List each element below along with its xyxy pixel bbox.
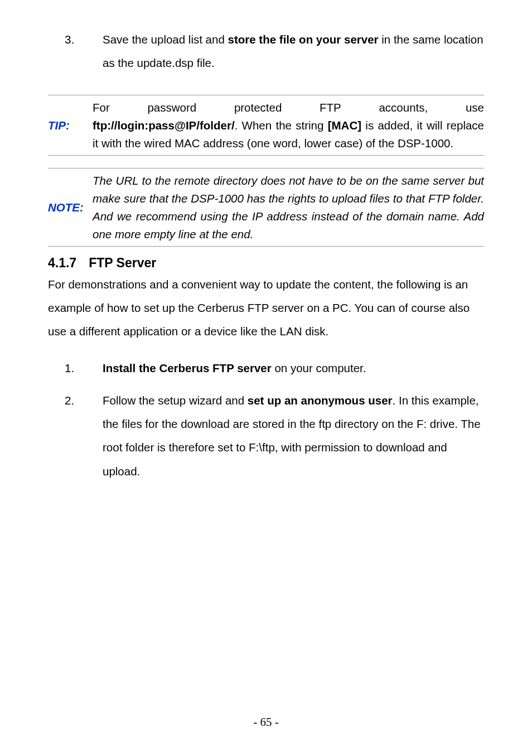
tip-mac-bold: [MAC]: [328, 119, 361, 132]
heading-ftp-server: 4.1.7 FTP Server: [48, 256, 484, 271]
tip-url-bold: ftp://login:pass@IP/folder/: [93, 119, 235, 132]
text-frag: on your computer.: [272, 362, 366, 374]
list-body: Save the upload list and store the file …: [103, 28, 484, 75]
list-body: Install the Cerberus FTP server on your …: [103, 357, 484, 380]
text-frag: FTP: [320, 99, 341, 117]
page-number: - 65 -: [0, 715, 532, 729]
list-number: 3.: [48, 28, 91, 75]
note-body: The URL to the remote directory does not…: [93, 172, 484, 243]
heading-text: FTP Server: [89, 256, 156, 271]
text-frag: For: [93, 99, 110, 117]
tip-label: TIP:: [48, 99, 93, 152]
list-item-3: 3. Save the upload list and store the fi…: [48, 28, 484, 75]
text-frag: Save the upload list and: [103, 33, 228, 46]
text-bold: set up an anonymous user: [248, 394, 393, 407]
text-frag: protected: [234, 99, 282, 117]
sub-list: 1. Install the Cerberus FTP server on yo…: [48, 357, 484, 483]
list-body: Follow the setup wizard and set up an an…: [103, 389, 484, 483]
text-frag: password: [147, 99, 196, 117]
tip-body: For password protected FTP accounts, use…: [93, 99, 484, 152]
page: 3. Save the upload list and store the fi…: [0, 0, 532, 756]
list-item-2: 2. Follow the setup wizard and set up an…: [48, 389, 484, 483]
note-label: NOTE:: [48, 172, 93, 243]
list-number: 1.: [48, 357, 91, 380]
text-frag: . When the string: [235, 119, 328, 132]
text-bold: store the file on your server: [228, 33, 379, 46]
text-frag: use: [466, 99, 484, 117]
list-number: 2.: [48, 389, 91, 483]
text-frag: accounts,: [379, 99, 428, 117]
note-callout: NOTE: The URL to the remote directory do…: [48, 168, 484, 247]
text-frag: Follow the setup wizard and: [103, 394, 248, 407]
tip-callout: TIP: For password protected FTP accounts…: [48, 95, 484, 156]
text-bold: Install the Cerberus FTP server: [103, 362, 272, 374]
heading-number: 4.1.7: [48, 256, 76, 271]
body-paragraph: For demonstrations and a convenient way …: [48, 273, 484, 343]
list-item-1: 1. Install the Cerberus FTP server on yo…: [48, 357, 484, 380]
